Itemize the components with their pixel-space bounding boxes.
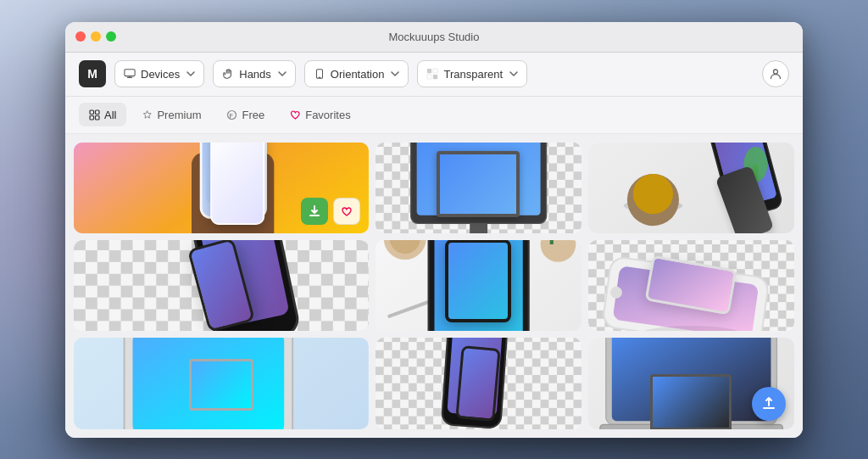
svg-rect-7 [90, 110, 94, 115]
heart-icon [341, 205, 353, 217]
heart-icon [290, 109, 301, 120]
orientation-dropdown[interactable]: Orientation [304, 60, 409, 87]
svg-rect-25 [470, 223, 487, 233]
mockup-bg-2 [376, 143, 581, 233]
mockup-item-1[interactable] [74, 143, 369, 233]
svg-rect-3 [433, 69, 437, 73]
tab-premium-label: Premium [157, 109, 201, 121]
toolbar: M Devices Hands [65, 53, 803, 97]
chevron-down-icon [278, 70, 287, 78]
mockup-item-6[interactable] [588, 240, 794, 331]
free-icon: F [226, 109, 237, 120]
filter-bar: All Premium F Free Favorites [65, 97, 803, 134]
imac-room-illustration [74, 338, 369, 428]
chevron-down-icon [509, 70, 518, 78]
svg-rect-24 [416, 143, 540, 216]
content-area [65, 134, 803, 438]
devices-dropdown[interactable]: Devices [114, 60, 204, 87]
transparent-icon [426, 68, 438, 80]
person-icon [769, 67, 782, 81]
tab-all-label: All [104, 109, 116, 121]
svg-rect-86 [763, 407, 775, 409]
svg-point-31 [633, 173, 673, 213]
upload-icon [760, 395, 777, 412]
svg-point-6 [774, 70, 778, 74]
mockup-item-4[interactable] [74, 240, 369, 331]
svg-rect-84 [612, 338, 771, 421]
tab-free-label: Free [242, 109, 264, 121]
mockup-item-5[interactable] [376, 240, 581, 331]
svg-rect-17 [206, 143, 261, 202]
chevron-down-icon [391, 70, 399, 78]
mockup-bg-3 [588, 143, 794, 233]
hand-icon [222, 68, 234, 80]
flat-phone-illustration [588, 240, 794, 331]
svg-rect-79 [447, 338, 503, 417]
svg-rect-77 [376, 338, 581, 428]
chevron-down-icon [186, 70, 195, 78]
tablet-hand-illustration [376, 240, 581, 331]
mockup-bg-5 [376, 240, 581, 331]
svg-rect-70 [133, 338, 285, 428]
logo-button[interactable]: M [79, 60, 106, 87]
transparent-label: Transparent [443, 68, 503, 81]
orientation-label: Orientation [331, 68, 385, 81]
tab-favorites[interactable]: Favorites [280, 103, 360, 126]
close-button[interactable] [75, 31, 86, 42]
svg-point-36 [743, 147, 767, 182]
mockup-item-7[interactable] [74, 338, 369, 428]
svg-rect-2 [427, 69, 431, 73]
phone-transparent-bottom-illustration [376, 338, 581, 428]
favorite-button-1[interactable] [333, 198, 360, 225]
svg-rect-4 [427, 75, 431, 79]
minimize-button[interactable] [91, 31, 101, 42]
svg-rect-8 [96, 110, 100, 115]
mockup-bg-7 [74, 338, 369, 428]
svg-rect-85 [600, 424, 782, 428]
svg-rect-10 [96, 115, 100, 120]
monitor-illustration [376, 143, 581, 233]
svg-rect-1 [316, 70, 322, 79]
mockup-item-3[interactable] [588, 143, 794, 233]
svg-rect-41 [74, 240, 369, 331]
fab-button[interactable] [752, 387, 786, 421]
svg-rect-0 [125, 70, 135, 76]
download-icon [308, 204, 321, 218]
mockup-item-2[interactable] [376, 143, 581, 233]
mockup-bg-6 [588, 240, 794, 331]
svg-text:F: F [230, 113, 234, 119]
svg-rect-9 [90, 115, 94, 120]
mockup-item-9[interactable] [588, 338, 794, 428]
phone-coffee-illustration [588, 143, 794, 233]
download-button-1[interactable] [301, 198, 328, 225]
window-title: Mockuuups Studio [389, 31, 480, 43]
devices-label: Devices [141, 68, 180, 81]
hands-dropdown[interactable]: Hands [213, 60, 296, 87]
mockup-grid [74, 143, 794, 429]
monitor-icon [124, 68, 136, 80]
svg-rect-5 [433, 75, 437, 79]
grid-icon [89, 109, 100, 120]
tab-all[interactable]: All [79, 103, 126, 126]
svg-rect-16 [201, 143, 265, 217]
item-1-actions [301, 198, 360, 225]
profile-button[interactable] [762, 60, 789, 87]
tab-premium[interactable]: Premium [131, 103, 211, 126]
app-window: Mockuuups Studio M Devices Hands [65, 22, 803, 438]
mockup-bg-8 [376, 338, 581, 428]
mockup-bg-4 [74, 240, 369, 331]
titlebar: Mockuuups Studio [65, 22, 803, 53]
transparent-dropdown[interactable]: Transparent [417, 60, 527, 87]
window-controls [75, 31, 116, 42]
tab-favorites-label: Favorites [305, 109, 350, 121]
floating-phone-illustration [74, 240, 369, 331]
svg-rect-43 [193, 240, 290, 328]
svg-rect-51 [434, 240, 522, 331]
star-icon [142, 109, 153, 120]
hands-label: Hands [239, 68, 271, 81]
orientation-icon [314, 68, 326, 80]
maximize-button[interactable] [106, 31, 116, 42]
svg-rect-55 [549, 240, 553, 244]
mockup-item-8[interactable] [376, 338, 581, 428]
tab-free[interactable]: F Free [216, 103, 275, 126]
